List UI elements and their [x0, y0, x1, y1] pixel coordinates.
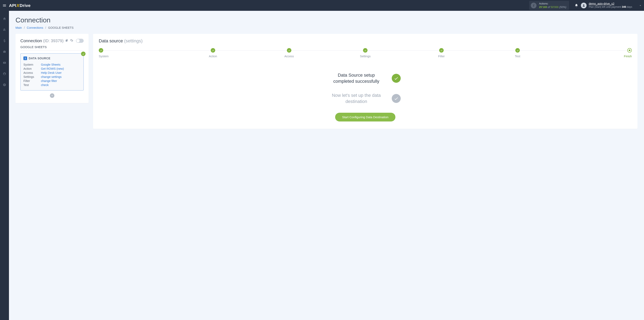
actions-count: 25'169 — [539, 6, 547, 9]
connection-id: (ID: 39379) — [43, 39, 64, 43]
user-icon — [582, 4, 585, 7]
settings-button[interactable] — [70, 39, 73, 43]
data-source-title: DATA SOURCE — [29, 57, 50, 60]
logo-text-x: X — [16, 3, 19, 8]
notifications-button[interactable] — [572, 4, 581, 7]
ds-link-system[interactable]: Google Sheets — [41, 63, 60, 66]
svg-point-2 — [3, 83, 6, 86]
step-action[interactable]: Action — [175, 48, 251, 58]
plus-icon — [51, 94, 53, 97]
step-system[interactable]: System — [99, 48, 175, 58]
actions-usage-pill[interactable]: i Actions: 25'169 of 50'000 (50%) — [529, 1, 569, 10]
page-title: Connection — [16, 16, 638, 24]
actions-pct: (50%) — [559, 6, 566, 9]
ds-link-filter[interactable]: change filter — [41, 79, 57, 83]
user-menu[interactable]: demo_apix-drive_s2 Plan |Start| left unt… — [581, 2, 637, 9]
sidebar-item-connections[interactable] — [0, 27, 9, 33]
logo-text-api: API — [9, 3, 16, 8]
sidebar-item-home[interactable] — [0, 16, 9, 22]
check-icon — [212, 49, 214, 52]
connection-toggle[interactable] — [76, 39, 84, 43]
gear-icon — [70, 39, 73, 42]
status-destination-pending: Now let's set up the data destination — [306, 92, 424, 104]
sidebar-item-toolbox[interactable] — [0, 49, 9, 55]
actions-max: 50'000 — [550, 6, 558, 9]
start-destination-button[interactable]: Start Configuring Data Destination — [335, 113, 396, 122]
breadcrumb-connections[interactable]: Connections — [27, 26, 43, 29]
wizard-title: Data source (settings) — [99, 38, 632, 44]
step-finish-dot — [627, 48, 632, 53]
actions-usage-text: Actions: 25'169 of 50'000 (50%) — [539, 2, 566, 9]
wizard-stepper: System Action Access Settings Filter Tes… — [99, 48, 632, 58]
status-source-text: Data Source setup completed successfully — [330, 72, 383, 84]
ds-row-settings: Settingschange settings — [24, 75, 81, 79]
step-finish[interactable]: Finish — [556, 48, 632, 58]
ds-row-access: AccessHelp Desk User — [24, 71, 81, 75]
check-icon — [394, 96, 399, 101]
status-source-complete: Data Source setup completed successfully — [306, 72, 424, 84]
dollar-icon — [3, 39, 6, 43]
data-source-box[interactable]: 1 DATA SOURCE SystemGoogle Sheets Action… — [20, 53, 84, 91]
sitemap-icon — [3, 28, 6, 32]
status-source-icon — [392, 74, 401, 83]
actions-of: of — [548, 6, 550, 9]
check-icon — [364, 49, 367, 52]
help-icon — [3, 83, 6, 87]
logo[interactable]: APIXDrive — [9, 3, 30, 8]
data-source-wizard-card: Data source (settings) System Action Acc… — [93, 34, 638, 129]
breadcrumb-current: GOOGLE SHEETS — [48, 26, 74, 29]
ds-row-filter: Filterchange filter — [24, 79, 81, 83]
check-icon — [394, 76, 399, 81]
copy-icon — [65, 39, 68, 42]
data-source-rows: SystemGoogle Sheets ActionGet ROWS (new)… — [24, 63, 81, 87]
step-filter[interactable]: Filter — [403, 48, 480, 58]
ds-link-access[interactable]: Help Desk User — [41, 71, 62, 74]
user-text: demo_apix-drive_s2 Plan |Start| left unt… — [588, 2, 632, 9]
ds-link-test[interactable]: check — [41, 83, 49, 87]
sidebar-item-help[interactable] — [0, 82, 9, 88]
ds-link-action[interactable]: Get ROWS (new) — [41, 67, 64, 70]
connection-subtitle: GOOGLE SHEETS — [20, 45, 84, 51]
sidebar-item-billing[interactable] — [0, 38, 9, 44]
check-icon — [100, 49, 102, 52]
ds-link-settings[interactable]: change settings — [41, 75, 62, 79]
step-settings[interactable]: Settings — [327, 48, 403, 58]
check-icon — [440, 49, 443, 52]
check-icon — [516, 49, 519, 52]
briefcase-icon — [3, 50, 6, 54]
step-access[interactable]: Access — [251, 48, 327, 58]
hamburger-icon — [2, 4, 6, 8]
add-destination-button[interactable] — [50, 93, 54, 98]
copy-button[interactable] — [65, 39, 68, 43]
chevron-down-icon — [639, 4, 642, 7]
status-destination-icon — [392, 94, 401, 103]
breadcrumb: Main / Connections / GOOGLE SHEETS — [16, 26, 638, 29]
user-plan: Plan |Start| left until payment 346 days — [588, 6, 632, 9]
actions-label: Actions: — [539, 2, 566, 5]
main-content: Connection Main / Connections / GOOGLE S… — [9, 11, 644, 320]
sidebar-item-account[interactable] — [0, 71, 9, 77]
wizard-title-suffix: (settings) — [124, 38, 142, 44]
user-menu-chevron[interactable] — [637, 4, 644, 7]
ds-row-system: SystemGoogle Sheets — [24, 63, 81, 67]
sidebar — [0, 11, 9, 320]
connection-title: Connection (ID: 39379) — [20, 38, 64, 43]
check-icon — [82, 53, 85, 55]
info-icon: i — [531, 3, 536, 8]
user-name: demo_apix-drive_s2 — [588, 2, 632, 6]
menu-toggle[interactable] — [0, 0, 9, 11]
breadcrumb-main[interactable]: Main — [16, 26, 22, 29]
data-source-number: 1 — [24, 57, 27, 60]
home-icon — [3, 17, 6, 21]
user-circle-icon — [3, 72, 6, 76]
connection-summary-card: Connection (ID: 39379) GOOGLE SHEETS 1 D… — [16, 34, 88, 103]
data-source-complete-badge — [81, 52, 86, 56]
youtube-icon — [3, 61, 6, 65]
app-header: APIXDrive i Actions: 25'169 of 50'000 (5… — [0, 0, 644, 11]
bell-icon — [574, 4, 578, 7]
ds-row-action: ActionGet ROWS (new) — [24, 67, 81, 71]
sidebar-item-video[interactable] — [0, 60, 9, 66]
logo-text-drive: Drive — [20, 3, 30, 8]
check-icon — [288, 49, 290, 52]
step-test[interactable]: Test — [480, 48, 556, 58]
